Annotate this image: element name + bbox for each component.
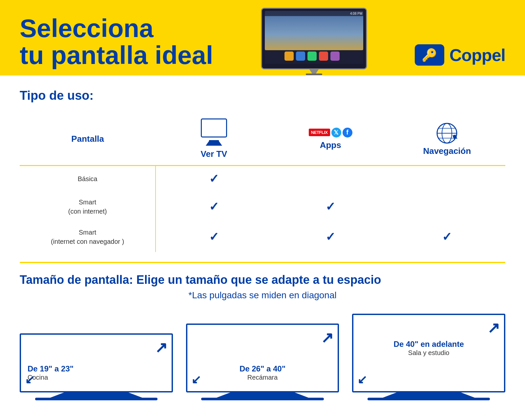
svg-rect-4 <box>284 52 294 61</box>
svg-rect-5 <box>296 52 305 61</box>
row-basica-label: Básica <box>26 174 149 183</box>
col-apps-label: Apps <box>279 140 382 150</box>
header-tv-image: 4:08 PM <box>258 7 370 75</box>
svg-rect-2 <box>265 11 363 50</box>
twitter-icon: 𝕏 <box>331 128 341 137</box>
row-smart-nav-label: Smart(internet con navegador ) <box>26 228 149 246</box>
divider <box>20 262 505 263</box>
check-basica-vertv: ✓ <box>209 172 219 185</box>
tv-card-inner-medium: ↗ ↗ De 26" a 40" Recámara <box>186 324 339 392</box>
tv-base-large <box>368 398 490 400</box>
table-row: Básica ✓ <box>20 166 505 192</box>
logo-key-box: 🔑 <box>415 44 444 66</box>
netflix-icon: NETFLIX <box>309 129 330 136</box>
tipo-uso-title: Tipo de uso: <box>20 89 505 103</box>
tv-stand-medium <box>217 392 308 398</box>
tv-card-label-large: De 40" en adelante Sala y estudio <box>394 339 464 367</box>
tv-card-label-medium: De 26" a 40" Recámara <box>240 364 285 381</box>
svg-rect-12 <box>306 74 322 75</box>
logo-text: Coppel <box>450 45 505 65</box>
header: Selecciona tu pantalla ideal <box>0 0 525 75</box>
tv-size-cards: ↗ ↗ De 19" a 23" Cocina ↗ ↗ De 26" a 40"… <box>20 314 505 407</box>
facebook-icon: f <box>343 128 352 137</box>
arrow-bottom-left-icon: ↗ <box>357 373 367 387</box>
tv-card-inner-small: ↗ ↗ De 19" a 23" Cocina <box>20 333 173 392</box>
globe-icon <box>395 122 499 146</box>
apps-icons-group: NETFLIX 𝕏 f <box>279 128 382 137</box>
col-vertv-label: Ver TV <box>162 149 265 159</box>
col-pantalla-label: Pantalla <box>26 134 149 144</box>
svg-rect-7 <box>319 52 328 61</box>
main-content: Tipo de uso: Pantalla Ver TV <box>0 75 525 420</box>
check-smartnav-apps: ✓ <box>326 230 335 243</box>
tv-stand-large <box>383 392 475 398</box>
arrow-bottom-left-icon: ↗ <box>191 373 201 387</box>
arrow-top-right-icon: ↗ <box>155 339 168 356</box>
tv-card-label-small: De 19" a 23" Cocina <box>28 364 74 381</box>
tv-card-inner-large: ↗ ↗ De 40" en adelante Sala y estudio <box>352 314 505 392</box>
arrow-top-right-icon: ↗ <box>321 329 334 346</box>
tv-card-small: ↗ ↗ De 19" a 23" Cocina <box>20 333 173 400</box>
coppel-logo: 🔑 Coppel <box>415 44 505 75</box>
svg-rect-8 <box>330 52 340 61</box>
tv-screen-icon <box>201 118 227 137</box>
tv-stand-icon <box>206 141 222 146</box>
svg-rect-6 <box>307 52 317 61</box>
svg-text:4:08 PM: 4:08 PM <box>350 12 362 15</box>
tv-base-small <box>35 398 158 400</box>
tv-stand-small <box>50 392 142 398</box>
tv-base-medium <box>201 398 324 400</box>
svg-marker-11 <box>309 69 319 74</box>
header-title: Selecciona tu pantalla ideal <box>20 15 213 75</box>
key-icon: 🔑 <box>422 48 437 62</box>
tamano-title: Tamaño de pantalla: Elige un tamaño que … <box>20 273 505 287</box>
vertv-icon-group <box>162 118 265 146</box>
tv-card-large: ↗ ↗ De 40" en adelante Sala y estudio <box>352 314 505 400</box>
check-smartnav-vertv: ✓ <box>209 230 219 243</box>
check-smartnav-nav: ✓ <box>442 230 452 243</box>
check-smart-vertv: ✓ <box>209 200 219 213</box>
uso-table: Pantalla Ver TV NETFLIX 𝕏 f <box>20 113 505 252</box>
table-row: Smart(con internet) ✓ ✓ <box>20 192 505 222</box>
row-smart-label: Smart(con internet) <box>26 198 149 216</box>
svg-rect-9 <box>265 11 363 16</box>
tamano-subtitle: *Las pulgadas se miden en diagonal <box>20 290 505 301</box>
table-row: Smart(internet con navegador ) ✓ ✓ ✓ <box>20 222 505 252</box>
arrow-top-right-icon: ↗ <box>487 319 500 337</box>
col-nav-label: Navegación <box>395 146 499 156</box>
check-smart-apps: ✓ <box>326 200 335 213</box>
tv-card-medium: ↗ ↗ De 26" a 40" Recámara <box>186 324 339 400</box>
